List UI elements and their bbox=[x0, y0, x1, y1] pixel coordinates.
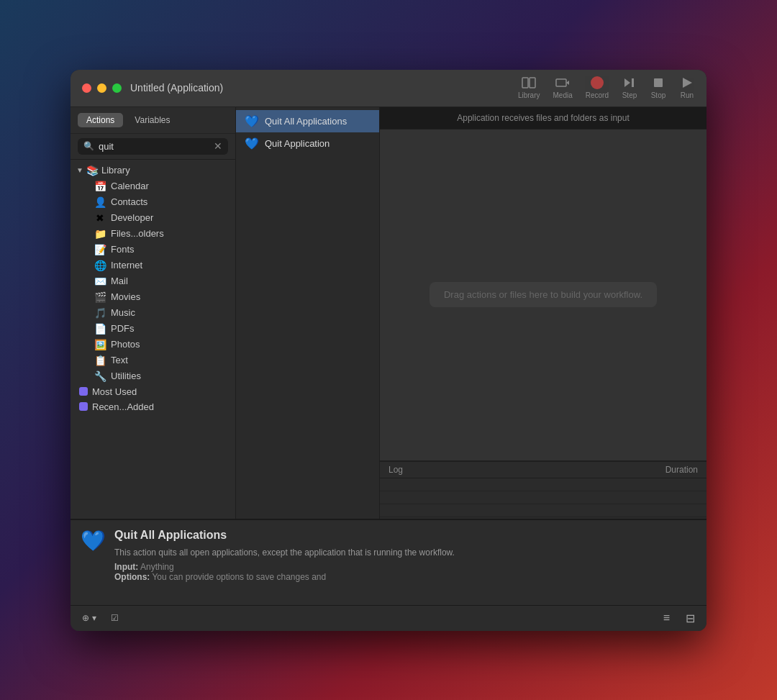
sidebar-item-label: Contacts bbox=[111, 196, 147, 207]
sidebar-item-pdfs[interactable]: 📄 PDFs bbox=[73, 321, 232, 337]
info-options: Options: You can provide options to save… bbox=[114, 572, 696, 582]
media-label: Media bbox=[553, 91, 573, 99]
run-icon bbox=[679, 76, 695, 89]
compact-view-button[interactable]: ⊟ bbox=[681, 610, 699, 627]
sidebar-item-internet[interactable]: 🌐 Internet bbox=[73, 258, 232, 273]
sidebar-list: ▼ 📚 Library 📅 Calendar 👤 Contacts ✖ Deve… bbox=[71, 160, 235, 519]
bottom-toolbar: ⊕ ▾ ☑ ≡ ⊟ bbox=[71, 605, 706, 631]
files-icon: 📁 bbox=[94, 228, 106, 240]
result-label: Quit Application bbox=[265, 138, 330, 149]
sidebar-tabs: Actions Variables bbox=[71, 107, 235, 134]
sidebar: Actions Variables 🔍 ✕ ▼ 📚 Library bbox=[71, 107, 236, 519]
fonts-icon: 📝 bbox=[94, 244, 106, 255]
photos-icon: 🖼️ bbox=[94, 339, 106, 350]
media-icon bbox=[555, 76, 571, 89]
compact-icon: ⊟ bbox=[686, 612, 695, 624]
search-icon: 🔍 bbox=[83, 141, 94, 151]
options-value: You can provide options to save changes … bbox=[152, 572, 326, 582]
options-label: Options: bbox=[114, 572, 150, 582]
sidebar-item-fonts[interactable]: 📝 Fonts bbox=[73, 242, 232, 258]
sidebar-item-files[interactable]: 📁 Files...olders bbox=[73, 226, 232, 242]
stop-button[interactable]: Stop bbox=[650, 76, 666, 99]
sidebar-item-label: Calendar bbox=[111, 181, 149, 191]
duration-column-header: Duration bbox=[633, 465, 698, 475]
record-button[interactable]: Record bbox=[586, 76, 609, 99]
step-button[interactable]: Step bbox=[622, 76, 637, 99]
library-button[interactable]: Library bbox=[518, 76, 540, 99]
results-panel: 💙 Quit All Applications 💙 Quit Applicati… bbox=[236, 107, 380, 519]
add-action-button[interactable]: ⊕ ▾ bbox=[78, 612, 101, 624]
sidebar-item-recently-added[interactable]: Recen...Added bbox=[73, 399, 232, 414]
info-title: Quit All Applications bbox=[114, 529, 696, 542]
window-title: Untitled (Application) bbox=[130, 82, 223, 94]
pdfs-icon: 📄 bbox=[94, 323, 106, 335]
workflow-header: Application receives files and folders a… bbox=[380, 107, 706, 129]
sidebar-item-movies[interactable]: 🎬 Movies bbox=[73, 289, 232, 305]
text-icon: 📋 bbox=[94, 355, 106, 366]
result-item-quit-app[interactable]: 💙 Quit Application bbox=[236, 132, 379, 155]
sidebar-item-most-used[interactable]: Most Used bbox=[73, 384, 232, 399]
results-toggle-button[interactable]: ☑ bbox=[106, 612, 123, 624]
sidebar-item-label: PDFs bbox=[111, 323, 135, 334]
titlebar: Untitled (Application) Library bbox=[71, 70, 706, 107]
sidebar-item-text[interactable]: 📋 Text bbox=[73, 353, 232, 368]
titlebar-left: Untitled (Application) bbox=[82, 82, 223, 94]
media-button[interactable]: Media bbox=[553, 76, 573, 99]
search-input-wrap: 🔍 ✕ bbox=[78, 138, 228, 155]
quit-app-icon: 💙 bbox=[245, 137, 259, 150]
sidebar-item-mail[interactable]: ✉️ Mail bbox=[73, 273, 232, 289]
library-icon: 📚 bbox=[86, 165, 99, 176]
library-label: Library bbox=[101, 165, 130, 176]
library-header[interactable]: ▼ 📚 Library bbox=[71, 163, 235, 178]
sidebar-item-label: Most Used bbox=[92, 386, 137, 397]
workflow-canvas[interactable]: Drag actions or files here to build your… bbox=[380, 129, 706, 461]
maximize-button[interactable] bbox=[112, 83, 122, 93]
sidebar-item-music[interactable]: 🎵 Music bbox=[73, 305, 232, 321]
tab-variables[interactable]: Variables bbox=[126, 113, 178, 127]
bottom-left: ⊕ ▾ ☑ bbox=[78, 612, 123, 624]
input-label: Input: bbox=[114, 562, 138, 572]
sidebar-item-developer[interactable]: ✖ Developer bbox=[73, 210, 232, 226]
quit-all-icon: 💙 bbox=[245, 114, 259, 128]
sidebar-item-label: Movies bbox=[111, 291, 140, 302]
calendar-icon: 📅 bbox=[94, 181, 106, 192]
search-input[interactable] bbox=[99, 141, 209, 152]
record-icon bbox=[589, 76, 605, 89]
close-button[interactable] bbox=[82, 83, 91, 93]
sidebar-item-calendar[interactable]: 📅 Calendar bbox=[73, 178, 232, 194]
tab-actions[interactable]: Actions bbox=[78, 113, 123, 127]
chevron-down-icon: ▼ bbox=[76, 166, 83, 174]
result-item-quit-all[interactable]: 💙 Quit All Applications bbox=[236, 110, 379, 132]
log-header: Log Duration bbox=[380, 462, 706, 478]
internet-icon: 🌐 bbox=[94, 260, 106, 271]
log-row bbox=[380, 478, 706, 491]
sidebar-item-photos[interactable]: 🖼️ Photos bbox=[73, 337, 232, 353]
recently-added-icon bbox=[79, 402, 88, 411]
svg-marker-4 bbox=[624, 78, 630, 87]
sidebar-item-label: Text bbox=[111, 355, 128, 365]
toolbar: Library Media Record bbox=[518, 76, 695, 99]
most-used-icon bbox=[79, 387, 88, 396]
clear-search-button[interactable]: ✕ bbox=[214, 141, 222, 151]
svg-rect-2 bbox=[556, 79, 566, 86]
svg-marker-7 bbox=[683, 78, 692, 88]
workflow-area: Application receives files and folders a… bbox=[380, 107, 706, 519]
minimize-button[interactable] bbox=[97, 83, 106, 93]
run-button[interactable]: Run bbox=[679, 76, 695, 99]
result-label: Quit All Applications bbox=[265, 116, 347, 127]
stop-icon bbox=[650, 76, 666, 89]
log-area: Log Duration bbox=[380, 461, 706, 519]
input-value: Anything bbox=[140, 562, 174, 572]
record-label: Record bbox=[586, 91, 609, 99]
list-icon: ≡ bbox=[663, 612, 670, 624]
sidebar-item-label: Utilities bbox=[111, 371, 141, 381]
dropdown-arrow-icon: ▾ bbox=[92, 613, 96, 623]
sidebar-item-utilities[interactable]: 🔧 Utilities bbox=[73, 368, 232, 384]
log-row bbox=[380, 491, 706, 504]
step-icon bbox=[622, 76, 637, 89]
list-view-button[interactable]: ≡ bbox=[659, 610, 674, 627]
main-content: Actions Variables 🔍 ✕ ▼ 📚 Library bbox=[71, 107, 706, 519]
sidebar-item-label: Developer bbox=[111, 212, 153, 223]
library-label: Library bbox=[518, 91, 540, 99]
sidebar-item-contacts[interactable]: 👤 Contacts bbox=[73, 194, 232, 210]
